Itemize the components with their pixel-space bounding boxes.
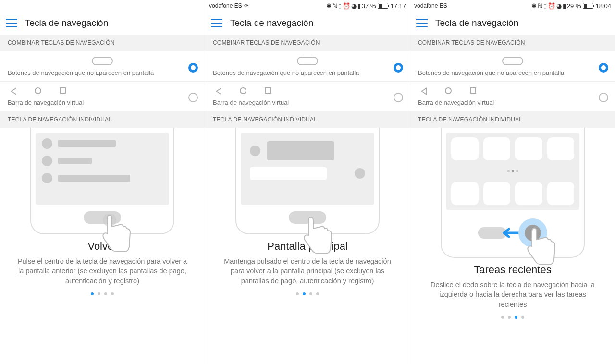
option-offscreen-buttons[interactable]: Botones de navegación que no aparecen en…: [410, 51, 615, 82]
section-individual-header: TECLA DE NAVEGACIÓN INDIVIDUAL: [205, 111, 410, 128]
page-indicator: [501, 316, 524, 319]
clock-label: 17:17: [390, 2, 406, 10]
status-icons: ✱ ℕ ▯ ⏰ ◕ ▮ 29 % 18:04: [531, 2, 611, 10]
dot-icon: [296, 292, 299, 295]
dot-icon: [309, 292, 312, 295]
page-indicator: [91, 292, 114, 295]
section-individual-header: TECLA DE NAVEGACIÓN INDIVIDUAL: [0, 111, 205, 128]
dot-icon: [111, 292, 114, 295]
vibrate-icon: ▯: [543, 2, 547, 10]
nfc-icon: ℕ: [332, 2, 337, 10]
sync-icon: ⟳: [244, 2, 249, 9]
back-icon: [421, 87, 427, 95]
option-label: Barra de navegación virtual: [418, 99, 607, 106]
dot-icon: [515, 316, 517, 319]
home-button-illust: [84, 211, 121, 224]
status-bar: vodafone ES ✱ ℕ ▯ ⏰ ◕ ▮ 29 % 18:04: [410, 0, 615, 12]
battery-icon: [583, 3, 593, 9]
tutorial-card[interactable]: Tareas recientes Deslice el dedo sobre l…: [410, 128, 615, 364]
navbar-icons: [418, 87, 607, 95]
section-combine-header: COMBINAR TECLAS DE NAVEGACIÓN: [0, 35, 205, 51]
phone-illustration: [235, 128, 380, 234]
pill-icon: [297, 57, 318, 65]
vibrate-icon: ▯: [338, 2, 342, 10]
option-virtual-navbar[interactable]: Barra de navegación virtual: [205, 82, 410, 111]
tutorial-card[interactable]: Pantalla principal Mantenga pulsado el c…: [205, 128, 410, 364]
carrier-label: vodafone ES: [209, 2, 242, 9]
dot-icon: [303, 292, 306, 295]
wifi-icon: ◕: [556, 2, 562, 10]
dot-icon: [521, 316, 524, 319]
card-description: Deslice el dedo sobre la tecla de navega…: [416, 276, 609, 309]
pill-icon: [502, 57, 523, 65]
option-label: Botones de navegación que no aparecen en…: [418, 69, 607, 76]
signal-icon: ▮: [357, 2, 361, 10]
menu-icon[interactable]: [211, 19, 222, 27]
option-virtual-navbar[interactable]: Barra de navegación virtual: [0, 82, 205, 111]
finger-swipe-icon: [527, 227, 561, 272]
battery-pct: 29 %: [567, 2, 581, 10]
option-label: Barra de navegación virtual: [213, 99, 402, 106]
phone-illustration: [30, 128, 174, 234]
menu-icon[interactable]: [6, 19, 17, 27]
radio-selected-icon[interactable]: [394, 63, 403, 73]
navbar-icons: [213, 87, 402, 95]
touch-circle-icon: [518, 218, 547, 247]
option-label: Botones de navegación que no aparecen en…: [8, 69, 197, 76]
screen-2: vodafone ES ✱ ℕ ▯ ⏰ ◕ ▮ 29 % 18:04 Tecla…: [410, 0, 615, 364]
battery-icon: [378, 3, 388, 9]
recents-icon: [470, 87, 476, 94]
nfc-icon: ℕ: [538, 2, 542, 10]
dot-icon: [91, 292, 94, 295]
option-label: Barra de navegación virtual: [8, 99, 197, 106]
option-offscreen-buttons[interactable]: Botones de navegación que no aparecen en…: [205, 51, 410, 82]
page-title: Tecla de navegación: [435, 18, 518, 28]
section-individual-header: TECLA DE NAVEGACIÓN INDIVIDUAL: [410, 111, 615, 128]
alarm-icon: ⏰: [343, 2, 350, 10]
pill-icon: [92, 57, 113, 65]
app-bar: Tecla de navegación: [205, 12, 410, 35]
dot-icon: [104, 292, 107, 295]
tutorial-card[interactable]: Volver Pulse el centro de la tecla de na…: [0, 128, 205, 364]
dot-icon: [316, 292, 319, 295]
page-indicator: [296, 292, 319, 295]
finger-hold-icon: [304, 216, 337, 261]
alarm-icon: ⏰: [548, 2, 555, 10]
carrier-label: vodafone ES: [414, 2, 447, 9]
status-icons: ✱ ℕ ▯ ⏰ ◕ ▮ 37 % 17:17: [326, 2, 406, 10]
dot-icon: [501, 316, 504, 319]
radio-unselected-icon[interactable]: [599, 93, 608, 102]
swipe-illust: [446, 218, 579, 247]
radio-selected-icon[interactable]: [599, 63, 608, 73]
radio-unselected-icon[interactable]: [188, 93, 198, 102]
bluetooth-icon: ✱: [531, 2, 537, 10]
app-bar: Tecla de navegación: [410, 12, 615, 35]
screen-0: Tecla de navegación COMBINAR TECLAS DE N…: [0, 0, 205, 364]
section-combine-header: COMBINAR TECLAS DE NAVEGACIÓN: [205, 35, 410, 51]
option-label: Botones de navegación que no aparecen en…: [213, 69, 402, 76]
page-title: Tecla de navegación: [230, 18, 313, 28]
dot-icon: [508, 316, 511, 319]
home-button-illust: [289, 211, 326, 224]
screen-1: vodafone ES ⟳ ✱ ℕ ▯ ⏰ ◕ ▮ 37 % 17:17 Tec…: [205, 0, 410, 364]
phone-illustration: [441, 128, 585, 258]
radio-unselected-icon[interactable]: [394, 93, 403, 102]
back-icon: [11, 87, 16, 95]
app-bar: Tecla de navegación: [0, 12, 205, 35]
option-virtual-navbar[interactable]: Barra de navegación virtual: [410, 82, 615, 111]
menu-icon[interactable]: [416, 19, 428, 27]
home-icon: [35, 87, 41, 94]
dot-icon: [98, 292, 100, 295]
app-grid-illust: [451, 182, 574, 205]
page-title: Tecla de navegación: [25, 18, 108, 28]
section-combine-header: COMBINAR TECLAS DE NAVEGACIÓN: [410, 35, 615, 51]
signal-icon: ▮: [563, 2, 566, 10]
option-offscreen-buttons[interactable]: Botones de navegación que no aparecen en…: [0, 51, 205, 82]
wifi-icon: ◕: [351, 2, 357, 10]
radio-selected-icon[interactable]: [188, 63, 198, 73]
recents-icon: [265, 87, 271, 94]
home-icon: [240, 87, 246, 94]
navbar-icons: [8, 87, 197, 95]
home-icon: [445, 87, 452, 94]
recents-icon: [60, 87, 66, 94]
